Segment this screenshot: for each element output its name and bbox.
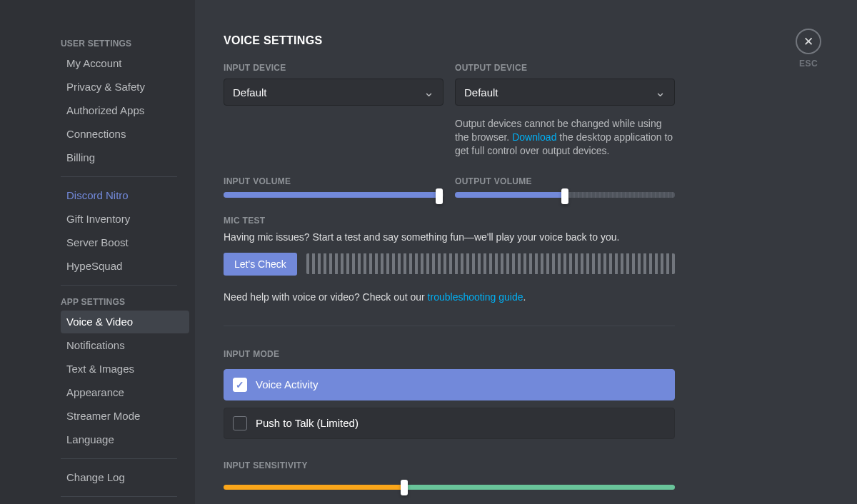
divider [61,496,177,497]
sidebar-item-language[interactable]: Language [61,428,189,451]
output-volume-label: OUTPUT VOLUME [455,176,675,186]
close-icon: ✕ [803,36,813,48]
sidebar-item-server-boost[interactable]: Server Boost [61,231,189,254]
sidebar-item-gift-inventory[interactable]: Gift Inventory [61,208,189,231]
sidebar-header-app: APP SETTINGS [61,293,189,310]
sidebar-item-text-images[interactable]: Text & Images [61,358,189,380]
divider [224,326,675,326]
sidebar-item-appearance[interactable]: Appearance [61,381,189,404]
input-mode-label: INPUT MODE [224,349,675,359]
sidebar-item-authorized-apps[interactable]: Authorized Apps [61,99,189,122]
input-device-value: Default [233,86,267,99]
page-title: VOICE SETTINGS [224,34,675,47]
troubleshooting-link[interactable]: troubleshooting guide [428,291,523,303]
output-device-help: Output devices cannot be changed while u… [455,117,675,158]
divider [61,176,177,177]
main-panel: ✕ ESC VOICE SETTINGS INPUT DEVICE Defaul… [195,0,857,504]
input-device-label: INPUT DEVICE [224,63,443,73]
input-volume-label: INPUT VOLUME [224,176,443,186]
mode-label: Voice Activity [256,378,319,390]
sidebar-item-voice-video[interactable]: Voice & Video [61,311,189,333]
output-device-label: OUTPUT DEVICE [455,63,675,73]
input-device-select[interactable]: Default ⌄ [224,79,443,106]
sidebar-item-billing[interactable]: Billing [61,146,189,169]
divider [61,285,177,286]
sidebar-item-discord-nitro[interactable]: Discord Nitro [61,184,189,207]
input-mode-push-to-talk[interactable]: Push to Talk (Limited) [224,408,675,439]
esc-label: ESC [796,59,821,69]
troubleshoot-text: Need help with voice or video? Check out… [224,291,675,303]
settings-sidebar: USER SETTINGS My Account Privacy & Safet… [54,0,195,504]
output-device-value: Default [464,86,498,99]
sidebar-item-my-account[interactable]: My Account [61,52,189,75]
sidebar-item-notifications[interactable]: Notifications [61,334,189,357]
input-volume-slider[interactable] [224,192,443,198]
input-sensitivity-label: INPUT SENSITIVITY [224,460,675,470]
sidebar-item-streamer-mode[interactable]: Streamer Mode [61,405,189,428]
output-device-select[interactable]: Default ⌄ [455,79,675,106]
mode-label: Push to Talk (Limited) [256,417,359,429]
input-mode-voice-activity[interactable]: ✓ Voice Activity [224,369,675,400]
close-button[interactable]: ✕ [796,29,821,54]
divider [61,458,177,459]
download-link[interactable]: Download [512,131,556,143]
checkbox-icon [233,416,247,430]
mic-test-description: Having mic issues? Start a test and say … [224,231,675,243]
chevron-down-icon: ⌄ [424,86,434,99]
mic-test-label: MIC TEST [224,216,675,226]
output-volume-slider[interactable] [455,192,675,198]
input-sensitivity-slider[interactable] [224,485,675,490]
sidebar-item-hypesquad[interactable]: HypeSquad [61,255,189,278]
sidebar-header-user: USER SETTINGS [61,34,189,51]
chevron-down-icon: ⌄ [655,86,666,99]
sidebar-item-connections[interactable]: Connections [61,123,189,146]
checkbox-icon: ✓ [233,378,247,392]
mic-level-meter [306,253,675,274]
sidebar-item-change-log[interactable]: Change Log [61,466,189,489]
mic-test-button[interactable]: Let's Check [224,253,297,276]
sidebar-item-privacy[interactable]: Privacy & Safety [61,76,189,99]
